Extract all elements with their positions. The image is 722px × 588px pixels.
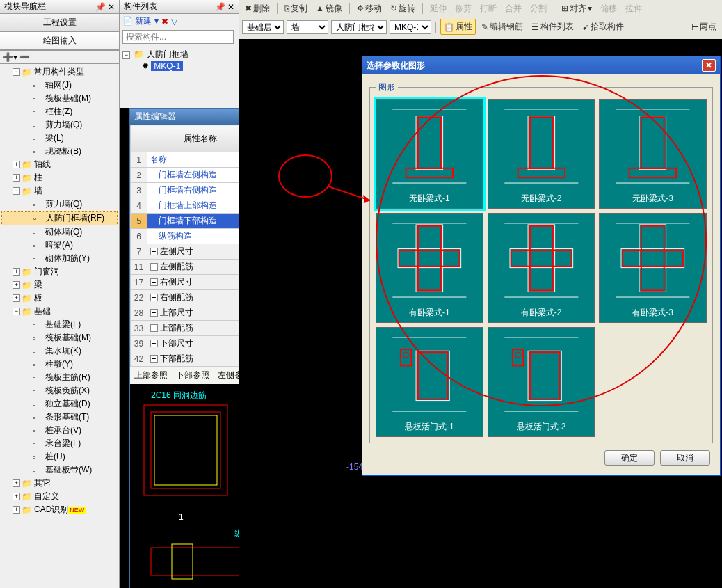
tree-item[interactable]: ▫集水坑(K) — [1, 344, 118, 358]
tree-item[interactable]: ▫现浇板(B) — [1, 145, 118, 158]
ref-tab-bottom[interactable]: 下部参照 — [176, 370, 209, 381]
ref-tab-top[interactable]: 上部参照 — [134, 370, 168, 381]
filter-icon[interactable]: ▽ — [171, 17, 177, 26]
tree-item[interactable]: ▫轴网(J) — [1, 79, 118, 92]
tree-item[interactable]: ▫人防门框墙(RF) — [1, 211, 118, 225]
tree-item[interactable]: −📁基础 — [1, 305, 118, 318]
tab-drawing-input[interactable]: 绘图输入 — [0, 32, 119, 50]
shape-option[interactable]: 有卧梁式-2 — [488, 213, 595, 323]
shape-option[interactable]: 有卧梁式-1 — [376, 213, 483, 323]
tree-item[interactable]: +📁梁 — [1, 278, 118, 292]
search-input[interactable] — [122, 30, 234, 44]
properties-button[interactable]: 📋 属性 — [440, 19, 476, 35]
tree-item[interactable]: ▫柱墩(Y) — [1, 358, 118, 371]
cancel-button[interactable]: 取消 — [660, 450, 710, 466]
stretch-button: 拉伸 — [623, 1, 645, 16]
type-select[interactable]: 人防门框墙 — [331, 20, 387, 34]
align-button[interactable]: ⊞ 对齐 ▾ — [559, 1, 595, 16]
expand-icon[interactable]: + — [13, 294, 20, 302]
tree-item[interactable]: ▫桩(U) — [1, 450, 118, 463]
shape-option[interactable]: 有卧梁式-3 — [599, 213, 707, 323]
expand-icon[interactable]: − — [122, 51, 130, 59]
tree-item[interactable]: ▫梁(L) — [1, 132, 118, 145]
tab-project-settings[interactable]: 工程设置 — [0, 14, 119, 32]
move-button[interactable]: ✥ 移动 — [354, 1, 385, 16]
tree-item[interactable]: +📁其它 — [1, 477, 118, 490]
expand-icon[interactable]: + — [13, 506, 20, 514]
comp-list-button[interactable]: ☰ 构件列表 — [529, 19, 577, 34]
comp-toolbar: 📄 新建 ▾ ✖ ▽ — [120, 14, 239, 29]
shape-option[interactable]: 悬板活门式-1 — [376, 327, 483, 437]
row-number: 22 — [131, 290, 147, 305]
remove-icon[interactable]: ➖ — [19, 52, 30, 62]
expand-icon[interactable]: + — [13, 174, 20, 182]
tree-item[interactable]: ▫筏板负筋(X) — [1, 384, 118, 397]
expand-icon[interactable]: + — [13, 479, 20, 487]
close-button[interactable]: ✕ — [702, 59, 716, 72]
new-component-button[interactable]: 📄 新建 ▾ — [122, 15, 159, 27]
component-select[interactable]: MKQ-1 — [390, 20, 431, 34]
tree-item[interactable]: +📁轴线 — [1, 158, 118, 171]
shape-option[interactable]: 无卧梁式-3 — [599, 99, 707, 209]
expand-icon[interactable]: + — [13, 268, 20, 276]
pick-button[interactable]: ➹ 拾取构件 — [579, 19, 627, 34]
tree-item[interactable]: ✹ MKQ-1 — [122, 61, 236, 71]
tree-item[interactable]: ▫条形基础(T) — [1, 411, 118, 424]
tree-item[interactable]: +📁自定义 — [1, 490, 118, 503]
tree-item[interactable]: ▫剪力墙(Q) — [1, 198, 118, 211]
tree-item[interactable]: ▫独立基础(D) — [1, 397, 118, 411]
tree-item[interactable]: ▫剪力墙(Q) — [1, 118, 118, 132]
expand-icon[interactable]: − — [13, 68, 20, 76]
nav-tree[interactable]: −📁常用构件类型▫轴网(J)▫筏板基础(M)▫框柱(Z)▫剪力墙(Q)▫梁(L)… — [0, 64, 119, 551]
delete-icon[interactable]: ✖ — [161, 17, 168, 26]
item-icon: 📁 — [22, 186, 31, 196]
expand-icon[interactable]: − — [13, 308, 20, 315]
extend-button: 延伸 — [427, 1, 449, 16]
shape-option[interactable]: 悬板活门式-2 — [488, 327, 595, 437]
tree-item[interactable]: ▫筏板基础(M) — [1, 92, 118, 105]
mirror-button[interactable]: ▲ 镜像 — [313, 1, 345, 16]
expand-icon[interactable]: + — [13, 281, 20, 289]
tree-item[interactable]: ▫砌体加筋(Y) — [1, 252, 118, 265]
shape-thumbnail — [379, 331, 480, 418]
ok-button[interactable]: 确定 — [604, 450, 655, 466]
tree-item[interactable]: −📁墙 — [1, 184, 118, 198]
tree-item[interactable]: +📁板 — [1, 292, 118, 305]
copy-button[interactable]: ⎘ 复制 — [282, 1, 310, 16]
item-icon: ▫ — [33, 360, 42, 370]
tree-item[interactable]: ▫筏板主筋(R) — [1, 371, 118, 384]
rotate-button[interactable]: ↻ 旋转 — [387, 1, 418, 16]
tree-item[interactable]: ▫承台梁(F) — [1, 437, 118, 450]
dialog-body: 图形 无卧梁式-1无卧梁式-2无卧梁式-3有卧梁式-1有卧梁式-2有卧梁式-3悬… — [362, 74, 720, 475]
expand-icon[interactable]: + — [13, 493, 20, 500]
shape-option[interactable]: 无卧梁式-1 — [376, 99, 483, 209]
edit-rebar-button[interactable]: ✎ 编辑钢筋 — [479, 19, 526, 34]
pin-icon[interactable]: 📌 ✕ — [95, 2, 115, 12]
add-icon[interactable]: ➕▾ — [3, 52, 17, 62]
tree-item[interactable]: ▫桩承台(V) — [1, 424, 118, 437]
tree-root[interactable]: − 📁 人防门框墙 — [122, 48, 236, 61]
dialog-buttons: 确定 取消 — [369, 443, 713, 468]
expand-icon[interactable]: + — [13, 161, 20, 168]
expand-icon[interactable]: − — [13, 187, 20, 195]
tree-item[interactable]: +📁柱 — [1, 171, 118, 184]
tree-item[interactable]: +📁CAD识别 NEW — [1, 503, 118, 516]
tree-item[interactable]: ▫暗梁(A) — [1, 239, 118, 252]
nav-title: 模块导航栏 — [4, 1, 46, 13]
tree-item[interactable]: −📁常用构件类型 — [1, 65, 118, 79]
delete-button[interactable]: ✖ 删除 — [242, 1, 273, 16]
layer-select[interactable]: 基础层 — [242, 20, 284, 34]
tree-label: 轴线 — [34, 159, 51, 170]
tree-item[interactable]: ▫框柱(Z) — [1, 105, 118, 118]
tree-item[interactable]: ▫筏板基础(M) — [1, 331, 118, 344]
tree-item[interactable]: ▫基础板带(W) — [1, 463, 118, 477]
category-select[interactable]: 墙 — [287, 20, 328, 34]
comp-tree[interactable]: − 📁 人防门框墙 ✹ MKQ-1 — [120, 45, 239, 74]
two-point-button[interactable]: ⊢ 两点 — [689, 19, 719, 34]
shape-option[interactable]: 无卧梁式-2 — [488, 99, 595, 209]
pin-icon[interactable]: 📌 ✕ — [215, 2, 234, 12]
tree-item[interactable]: ▫砌体墙(Q) — [1, 225, 118, 239]
dialog-title-bar[interactable]: 选择参数化图形 ✕ — [362, 56, 720, 74]
tree-item[interactable]: ▫基础梁(F) — [1, 318, 118, 331]
tree-item[interactable]: +📁门窗洞 — [1, 265, 118, 278]
